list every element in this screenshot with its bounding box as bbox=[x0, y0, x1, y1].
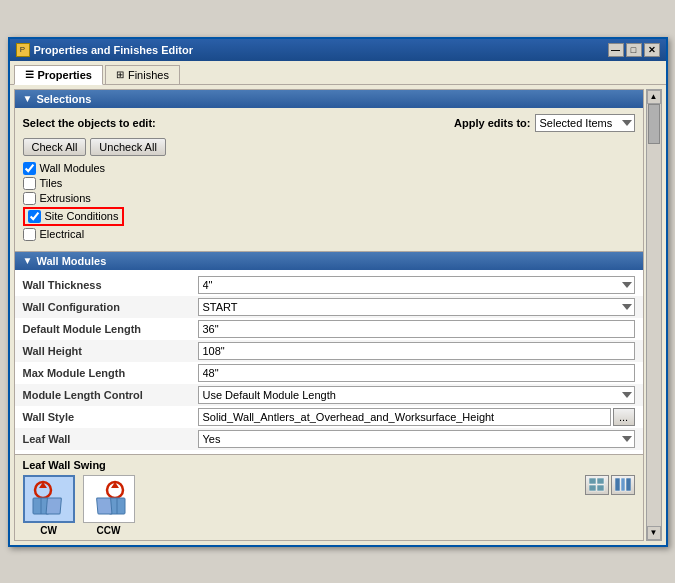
minimize-button[interactable]: — bbox=[608, 43, 624, 57]
wall-style-browse-button[interactable]: ... bbox=[613, 408, 635, 426]
prop-label-module-length-control: Module Length Control bbox=[23, 389, 198, 401]
prop-row-max-module-length: Max Module Length 48" bbox=[15, 362, 643, 384]
main-window: P Properties and Finishes Editor — □ ✕ ☰… bbox=[8, 37, 668, 547]
window-icon: P bbox=[16, 43, 30, 57]
prop-label-wall-style: Wall Style bbox=[23, 411, 198, 423]
checkbox-electrical-input[interactable] bbox=[23, 228, 36, 241]
main-panel: ▼ Selections Select the objects to edit:… bbox=[14, 89, 644, 541]
checkbox-wall-modules: Wall Modules bbox=[23, 162, 635, 175]
select-objects-label: Select the objects to edit: bbox=[23, 117, 156, 129]
swing-item-cw[interactable]: CW bbox=[23, 475, 75, 536]
uncheck-all-button[interactable]: Uncheck All bbox=[90, 138, 165, 156]
prop-row-wall-config: Wall Configuration START bbox=[15, 296, 643, 318]
checkbox-electrical: Electrical bbox=[23, 228, 635, 241]
scroll-track bbox=[648, 104, 660, 526]
maximize-button[interactable]: □ bbox=[626, 43, 642, 57]
swing-items: CW bbox=[23, 475, 135, 536]
prop-input-wall-style[interactable]: Solid_Wall_Antlers_at_Overhead_and_Works… bbox=[198, 408, 611, 426]
window-title: Properties and Finishes Editor bbox=[34, 44, 194, 56]
selections-section-header: ▼ Selections bbox=[15, 90, 643, 108]
checkbox-tiles: Tiles bbox=[23, 177, 635, 190]
swing-ccw-svg bbox=[89, 480, 129, 518]
prop-label-wall-thickness: Wall Thickness bbox=[23, 279, 198, 291]
swing-item-ccw[interactable]: CCW bbox=[83, 475, 135, 536]
swing-cw-svg bbox=[29, 480, 69, 518]
svg-rect-13 bbox=[597, 485, 604, 491]
prop-row-wall-style: Wall Style Solid_Wall_Antlers_at_Overhea… bbox=[15, 406, 643, 428]
swing-icon-ccw bbox=[83, 475, 135, 523]
prop-value-module-length-control: Use Default Module Length bbox=[198, 386, 635, 404]
wall-modules-section: ▼ Wall Modules Wall Thickness 4" bbox=[15, 252, 643, 540]
checkbox-extrusions-label: Extrusions bbox=[40, 192, 91, 204]
svg-rect-15 bbox=[621, 478, 625, 491]
leaf-wall-swing-label: Leaf Wall Swing bbox=[23, 459, 635, 471]
checkboxes-list: Wall Modules Tiles Extrusions bbox=[23, 162, 635, 245]
prop-input-default-module-length[interactable]: 36" bbox=[198, 320, 635, 338]
swing-body: CW bbox=[23, 475, 635, 536]
tab-bar: ☰ Properties ⊞ Finishes bbox=[10, 61, 666, 85]
wall-modules-heading: Wall Modules bbox=[36, 255, 106, 267]
checkbox-wall-modules-label: Wall Modules bbox=[40, 162, 106, 174]
prop-value-wall-config: START bbox=[198, 298, 635, 316]
apply-edits-label: Apply edits to: bbox=[454, 117, 530, 129]
checkbox-extrusions-input[interactable] bbox=[23, 192, 36, 205]
tab-finishes[interactable]: ⊞ Finishes bbox=[105, 65, 180, 84]
prop-row-module-length-control: Module Length Control Use Default Module… bbox=[15, 384, 643, 406]
scroll-up-button[interactable]: ▲ bbox=[647, 90, 661, 104]
scroll-thumb[interactable] bbox=[648, 104, 660, 144]
prop-row-wall-height: Wall Height 108" bbox=[15, 340, 643, 362]
prop-select-module-length-control[interactable]: Use Default Module Length bbox=[198, 386, 635, 404]
prop-value-default-module-length: 36" bbox=[198, 320, 635, 338]
checkbox-site-conditions: Site Conditions bbox=[23, 207, 635, 226]
checkbox-site-conditions-label: Site Conditions bbox=[45, 210, 119, 222]
selections-chevron: ▼ bbox=[23, 93, 33, 104]
tab-properties[interactable]: ☰ Properties bbox=[14, 65, 103, 85]
selections-top: Select the objects to edit: Apply edits … bbox=[23, 114, 635, 132]
grid-icon-svg-2 bbox=[615, 478, 631, 492]
prop-select-wall-thickness[interactable]: 4" bbox=[198, 276, 635, 294]
prop-value-wall-style: Solid_Wall_Antlers_at_Overhead_and_Works… bbox=[198, 408, 635, 426]
properties-tab-icon: ☰ bbox=[25, 69, 34, 80]
scroll-down-button[interactable]: ▼ bbox=[647, 526, 661, 540]
checkbox-tiles-input[interactable] bbox=[23, 177, 36, 190]
svg-rect-14 bbox=[615, 478, 620, 491]
prop-label-default-module-length: Default Module Length bbox=[23, 323, 198, 335]
prop-row-default-module-length: Default Module Length 36" bbox=[15, 318, 643, 340]
checkbox-electrical-label: Electrical bbox=[40, 228, 85, 240]
prop-select-wall-config[interactable]: START bbox=[198, 298, 635, 316]
prop-label-leaf-wall: Leaf Wall bbox=[23, 433, 198, 445]
checkbox-wall-modules-input[interactable] bbox=[23, 162, 36, 175]
prop-value-leaf-wall: Yes bbox=[198, 430, 635, 448]
leaf-wall-swing-section: Leaf Wall Swing bbox=[15, 455, 643, 540]
swing-ccw-label: CCW bbox=[97, 525, 121, 536]
checkbox-tiles-label: Tiles bbox=[40, 177, 63, 189]
swing-grid-icon-1[interactable] bbox=[585, 475, 609, 495]
svg-rect-4 bbox=[46, 498, 61, 514]
svg-rect-12 bbox=[589, 485, 596, 491]
svg-rect-16 bbox=[626, 478, 631, 491]
selections-heading: Selections bbox=[36, 93, 91, 105]
prop-input-wall-height[interactable]: 108" bbox=[198, 342, 635, 360]
properties-grid: Wall Thickness 4" Wall Configuration ST bbox=[15, 270, 643, 454]
svg-rect-10 bbox=[589, 478, 596, 484]
swing-grid-icon-2[interactable] bbox=[611, 475, 635, 495]
checkbox-site-conditions-input[interactable] bbox=[28, 210, 41, 223]
site-conditions-highlighted: Site Conditions bbox=[23, 207, 124, 226]
title-bar-left: P Properties and Finishes Editor bbox=[16, 43, 194, 57]
wall-modules-section-header: ▼ Wall Modules bbox=[15, 252, 643, 270]
svg-rect-9 bbox=[96, 498, 111, 514]
apply-edits-group: Apply edits to: Selected Items All Items bbox=[454, 114, 634, 132]
apply-edits-dropdown[interactable]: Selected Items All Items bbox=[535, 114, 635, 132]
title-buttons: — □ ✕ bbox=[608, 43, 660, 57]
swing-icon-cw bbox=[23, 475, 75, 523]
svg-rect-11 bbox=[597, 478, 604, 484]
prop-value-max-module-length: 48" bbox=[198, 364, 635, 382]
checkbox-extrusions: Extrusions bbox=[23, 192, 635, 205]
main-content: ▼ Selections Select the objects to edit:… bbox=[10, 85, 666, 545]
close-button[interactable]: ✕ bbox=[644, 43, 660, 57]
prop-select-leaf-wall[interactable]: Yes bbox=[198, 430, 635, 448]
prop-value-wall-thickness: 4" bbox=[198, 276, 635, 294]
check-all-button[interactable]: Check All bbox=[23, 138, 87, 156]
swing-cw-label: CW bbox=[40, 525, 57, 536]
prop-input-max-module-length[interactable]: 48" bbox=[198, 364, 635, 382]
